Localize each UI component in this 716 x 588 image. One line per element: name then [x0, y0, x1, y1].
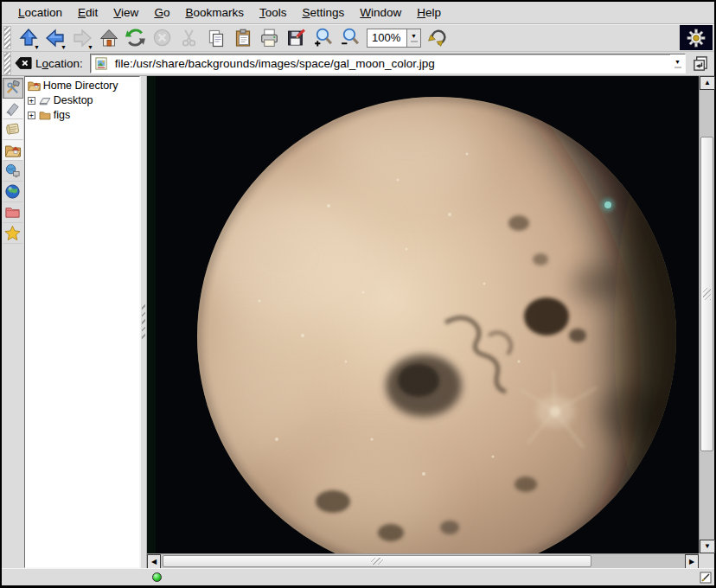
- location-label: Location:: [35, 57, 83, 70]
- home-folder-icon: [27, 79, 42, 93]
- reload-button[interactable]: [122, 25, 149, 51]
- cut-button: [176, 25, 202, 51]
- stop-icon: [152, 28, 172, 48]
- forward-button: ▼: [68, 25, 95, 51]
- stop-button: [149, 25, 176, 51]
- tree-expander[interactable]: +: [28, 112, 35, 119]
- sidebar-root-folder-button[interactable]: [3, 202, 23, 223]
- image-viewport[interactable]: [147, 76, 699, 553]
- clear-location-icon[interactable]: [15, 55, 32, 71]
- moon-photo: [147, 76, 699, 553]
- reload-icon: [125, 27, 146, 48]
- star-icon: [4, 225, 21, 241]
- sidebar-web-button[interactable]: [3, 182, 23, 202]
- kde-throbber[interactable]: [680, 25, 713, 50]
- paste-button[interactable]: [229, 25, 256, 51]
- sidebar-bookmarks-button[interactable]: [3, 99, 23, 119]
- scissors-icon: [179, 28, 199, 48]
- scrollbar-corner: [699, 553, 714, 568]
- sidebar-services-button[interactable]: [3, 223, 23, 244]
- tools-icon: [4, 80, 21, 96]
- horizontal-scroll-track[interactable]: [161, 554, 685, 568]
- rotate-button[interactable]: [425, 25, 451, 51]
- menu-tools[interactable]: Tools: [252, 3, 295, 22]
- menu-window[interactable]: Window: [352, 3, 409, 22]
- copy-button[interactable]: [202, 25, 229, 51]
- tree-item-label[interactable]: Home Directory: [43, 80, 118, 92]
- menu-edit[interactable]: Edit: [70, 3, 105, 22]
- vertical-scrollbar[interactable]: ▲ ▼: [699, 76, 714, 553]
- tree-item-label[interactable]: figs: [54, 109, 70, 121]
- network-icon: [4, 163, 21, 179]
- rotate-icon: [427, 27, 449, 48]
- location-toolbar-drag-handle[interactable]: [3, 52, 11, 75]
- zoom-level-combo[interactable]: 100% ▼: [367, 29, 421, 48]
- tree-item-figs[interactable]: + figs: [27, 108, 139, 123]
- arrow-left-icon: ◀: [151, 558, 157, 566]
- scroll-icon: [4, 121, 21, 137]
- desktop-icon: [38, 94, 52, 107]
- zoom-level-value[interactable]: 100%: [367, 29, 406, 48]
- tree-item-label[interactable]: Desktop: [54, 94, 93, 106]
- chevron-down-icon: ▼: [674, 59, 681, 65]
- view-indicator[interactable]: [700, 572, 712, 587]
- arrow-up-icon: ▲: [704, 79, 711, 86]
- main-area: Home Directory + Desktop + figs: [2, 76, 714, 568]
- dropdown-caret: ▼: [87, 44, 93, 50]
- home-button[interactable]: [95, 25, 122, 51]
- toolbar-drag-handle[interactable]: [3, 26, 11, 49]
- tree-item-home-directory[interactable]: Home Directory: [27, 79, 139, 93]
- konqueror-window: Location Edit View Go Bookmarks Tools Se…: [0, 0, 716, 588]
- sidebar-network-button[interactable]: [3, 161, 23, 182]
- dropdown-caret: ▼: [34, 44, 40, 50]
- status-led-icon: [152, 572, 162, 582]
- chevron-down-icon: ▼: [411, 33, 417, 39]
- sidebar-history-button[interactable]: [3, 119, 23, 140]
- tree-expander[interactable]: +: [28, 97, 35, 105]
- menu-location[interactable]: Location: [10, 3, 70, 22]
- scroll-down-button[interactable]: ▼: [700, 540, 715, 553]
- save-as-button[interactable]: [283, 25, 310, 51]
- copy-icon: [206, 28, 227, 48]
- menu-help[interactable]: Help: [409, 3, 449, 22]
- home-icon: [99, 28, 119, 48]
- zoom-in-button[interactable]: [310, 25, 336, 51]
- up-button[interactable]: ▼: [15, 25, 42, 51]
- sidebar-button-strip: [2, 76, 24, 568]
- statusbar: [2, 568, 714, 585]
- back-button[interactable]: ▼: [42, 25, 68, 51]
- red-folder-icon: [4, 204, 21, 220]
- sidebar-configure-button[interactable]: [3, 78, 23, 99]
- zoom-out-button[interactable]: [336, 25, 363, 51]
- zoom-combo-arrow[interactable]: ▼: [406, 29, 421, 48]
- bookmark-icon: [4, 100, 21, 117]
- vertical-scroll-thumb[interactable]: [700, 137, 713, 451]
- view-column: ▲ ▼ ◀ ▶: [147, 76, 714, 568]
- kde-gear-icon: [687, 29, 706, 48]
- magnifier-plus-icon: [312, 27, 334, 48]
- menu-view[interactable]: View: [105, 3, 146, 22]
- arrow-right-icon: ▶: [689, 558, 694, 566]
- menu-settings[interactable]: Settings: [294, 3, 352, 22]
- scroll-up-button[interactable]: ▲: [700, 76, 715, 90]
- vertical-scroll-track[interactable]: [700, 90, 714, 540]
- printer-icon: [259, 27, 280, 48]
- folder-tree-panel: Home Directory + Desktop + figs: [24, 76, 140, 568]
- splitter-grip: [142, 303, 145, 341]
- tree-item-desktop[interactable]: + Desktop: [27, 93, 139, 108]
- print-button[interactable]: [256, 25, 283, 51]
- location-url[interactable]: file:/usr/share/backgrounds/images/space…: [112, 57, 670, 70]
- location-combo-arrow[interactable]: ▼: [670, 54, 685, 73]
- scroll-left-button[interactable]: ◀: [147, 554, 161, 569]
- sidebar-home-directory-button[interactable]: [3, 140, 23, 161]
- go-button[interactable]: [690, 53, 711, 74]
- panel-splitter[interactable]: [140, 76, 147, 568]
- main-toolbar: ▼ ▼ ▼: [2, 24, 714, 52]
- location-input[interactable]: file:/usr/share/backgrounds/images/space…: [90, 54, 686, 74]
- menu-go[interactable]: Go: [146, 3, 177, 22]
- home-folder-icon: [4, 142, 22, 159]
- menu-bookmarks[interactable]: Bookmarks: [177, 3, 252, 22]
- horizontal-scrollbar[interactable]: ◀ ▶: [147, 553, 699, 568]
- scroll-right-button[interactable]: ▶: [685, 554, 699, 569]
- horizontal-scroll-thumb[interactable]: [163, 555, 591, 567]
